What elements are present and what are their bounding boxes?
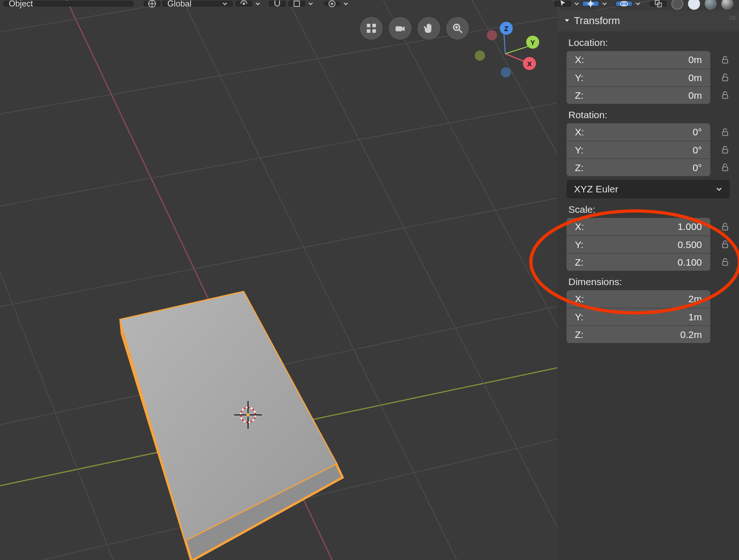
snap-magnet-button[interactable] <box>269 1 286 6</box>
scale-x-field[interactable]: X:1.000 <box>567 218 710 235</box>
location-y-lock[interactable] <box>716 72 734 83</box>
svg-rect-44 <box>723 59 728 63</box>
rotation-y-lock[interactable] <box>716 145 734 155</box>
chevron-down-icon <box>716 186 722 192</box>
location-z-lock[interactable] <box>716 90 734 100</box>
gizmo-toggle-button[interactable] <box>582 1 599 6</box>
chevron-down-icon <box>222 1 228 6</box>
rotation-z-lock[interactable] <box>716 162 734 172</box>
chevron-down-icon <box>308 1 313 6</box>
svg-rect-49 <box>723 167 728 171</box>
svg-rect-50 <box>723 226 728 230</box>
orientation-dropdown[interactable]: Global <box>162 1 233 6</box>
svg-rect-52 <box>723 261 728 265</box>
camera-view-button[interactable] <box>388 16 412 40</box>
viewport-controls <box>359 16 470 40</box>
rotation-z-field[interactable]: Z:0° <box>567 159 710 176</box>
transform-panel-header[interactable]: Transform ፧፧፧ <box>557 10 739 32</box>
svg-rect-47 <box>723 132 728 135</box>
rotation-fields: X:0° Y:0° Z:0° <box>557 123 739 176</box>
shading-solid-button[interactable] <box>686 0 702 11</box>
svg-rect-39 <box>395 26 402 32</box>
scale-z-lock[interactable] <box>716 257 734 267</box>
rotation-mode-value: XYZ Euler <box>574 184 618 195</box>
shading-mode-buttons <box>669 0 735 11</box>
chevron-down-icon <box>343 1 349 6</box>
svg-point-26 <box>243 3 245 5</box>
drag-handle-icon[interactable]: ፧፧፧ <box>729 14 736 22</box>
svg-rect-48 <box>723 149 728 153</box>
select-tool-button[interactable] <box>554 1 571 6</box>
svg-rect-27 <box>294 1 299 6</box>
proportional-edit-button[interactable] <box>324 1 340 6</box>
location-z-field[interactable]: Z:0m <box>567 86 710 104</box>
dim-x-field[interactable]: X:2m <box>567 290 710 308</box>
gizmo-y-label: Y <box>530 38 535 46</box>
gizmo-z-label: Z <box>504 25 508 32</box>
svg-rect-37 <box>367 29 370 33</box>
scale-x-lock[interactable] <box>716 222 734 232</box>
overlays-toggle-button[interactable] <box>616 1 632 6</box>
rotation-mode-dropdown[interactable]: XYZ Euler <box>567 180 730 198</box>
mode-dropdown[interactable]: Object <box>4 1 134 6</box>
svg-rect-36 <box>372 24 376 27</box>
chevron-down-icon <box>255 1 261 6</box>
rotation-label: Rotation: <box>557 104 739 123</box>
gizmo-axis-neg-x[interactable] <box>487 30 497 40</box>
scale-z-field[interactable]: Z:0.100 <box>567 253 710 271</box>
rotation-x-field[interactable]: X:0° <box>567 123 710 141</box>
gizmo-axis-y[interactable]: Y <box>526 36 539 49</box>
chevron-down-icon <box>602 1 607 6</box>
svg-rect-35 <box>367 24 370 27</box>
svg-marker-17 <box>121 292 336 540</box>
snap-target-dropdown[interactable] <box>288 1 305 6</box>
disclosure-triangle-icon <box>564 18 570 24</box>
scale-y-lock[interactable] <box>716 239 734 249</box>
zoom-view-button[interactable] <box>446 16 470 40</box>
gizmo-axis-x[interactable]: X <box>523 57 536 70</box>
transform-panel: Transform ፧፧፧ Location: X:0m Y:0m Z:0m R… <box>557 10 739 560</box>
location-label: Location: <box>557 32 739 51</box>
scale-fields: X:1.000 Y:0.500 Z:0.100 <box>557 218 739 271</box>
gizmo-axis-neg-z[interactable] <box>501 67 511 77</box>
svg-rect-45 <box>723 77 728 81</box>
chevron-down-icon <box>635 1 641 6</box>
dimensions-fields: X:2m Y:1m Z:0.2m <box>557 290 739 343</box>
orientation-icon-button[interactable] <box>144 1 160 6</box>
rotation-y-field[interactable]: Y:0° <box>567 141 710 159</box>
orientation-value: Global <box>167 0 191 9</box>
svg-point-29 <box>331 3 333 5</box>
shading-rendered-button[interactable] <box>720 0 735 11</box>
panel-title: Transform <box>574 15 620 27</box>
svg-rect-46 <box>723 95 728 98</box>
location-fields: X:0m Y:0m Z:0m <box>557 51 739 104</box>
pivot-dropdown[interactable] <box>236 1 252 6</box>
svg-rect-51 <box>723 244 728 248</box>
mode-label: Object <box>9 0 33 9</box>
toggle-ortho-button[interactable] <box>359 16 383 40</box>
shading-wireframe-button[interactable] <box>669 0 685 11</box>
dim-y-field[interactable]: Y:1m <box>567 308 710 325</box>
gizmo-x-label: X <box>527 60 532 68</box>
nav-gizmo[interactable]: X Y Z <box>473 21 542 90</box>
svg-point-22 <box>247 414 250 417</box>
gizmo-axis-z[interactable]: Z <box>500 22 513 35</box>
svg-line-41 <box>459 30 462 33</box>
dimensions-label: Dimensions: <box>557 271 739 290</box>
viewport-header: Object Global <box>0 0 739 7</box>
dim-z-field[interactable]: Z:0.2m <box>567 325 710 343</box>
scale-label: Scale: <box>557 198 739 218</box>
scale-y-field[interactable]: Y:0.500 <box>567 235 710 253</box>
pan-view-button[interactable] <box>417 16 441 40</box>
location-x-field[interactable]: X:0m <box>567 51 710 69</box>
shading-material-button[interactable] <box>703 0 719 11</box>
location-x-lock[interactable] <box>716 55 734 65</box>
rotation-x-lock[interactable] <box>716 127 734 137</box>
svg-rect-38 <box>372 29 376 33</box>
xray-toggle-button[interactable] <box>650 1 667 6</box>
location-y-field[interactable]: Y:0m <box>567 69 710 86</box>
chevron-down-icon <box>574 1 580 6</box>
gizmo-axis-neg-y[interactable] <box>475 51 485 61</box>
cursor-3d <box>232 399 264 431</box>
